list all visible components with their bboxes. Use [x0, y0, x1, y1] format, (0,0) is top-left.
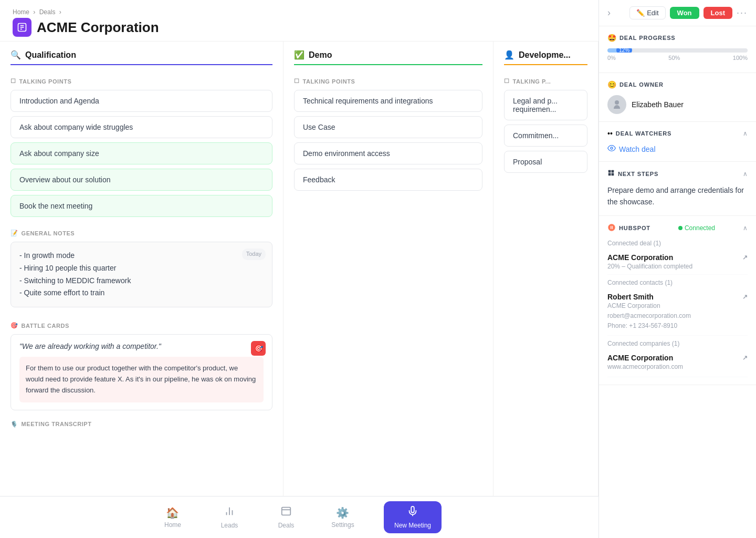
watch-deal-button[interactable]: Watch deal	[607, 144, 656, 154]
talking-points-label-dev: ☐ TALKING P...	[504, 78, 587, 85]
dev-header: 👤 Developme...	[504, 50, 587, 65]
watchers-icon: ••	[607, 129, 613, 138]
nav-deals[interactable]: Deals	[270, 505, 302, 529]
hubspot-deal-item: ACME Corporation ↗ 20% – Qualification c…	[607, 249, 748, 275]
transcript-icon: 🎙️	[10, 421, 18, 428]
talking-point[interactable]: Ask about company size	[10, 142, 272, 164]
contact-company: ACME Corporation	[607, 301, 748, 311]
settings-icon: ⚙️	[336, 506, 349, 519]
connected-indicator	[678, 226, 682, 230]
new-meeting-icon	[407, 505, 418, 520]
nav-new-meeting[interactable]: New Meeting	[384, 501, 442, 533]
connected-contacts-label: Connected contacts (1)	[607, 279, 748, 286]
talking-point[interactable]: Technical requirements and integrations	[294, 90, 482, 112]
next-steps-header: NEXT STEPS ∧	[607, 169, 748, 178]
notes-content: - In growth mode - Hiring 10 people this…	[19, 250, 264, 299]
talking-point[interactable]: Ask about company wide struggles	[10, 116, 272, 138]
page-title: ACME Corporation	[37, 19, 159, 36]
contact-phone: Phone: +1 234-567-8910	[607, 321, 748, 331]
transcript-section: 🎙️ MEETING TRANSCRIPT	[10, 421, 272, 428]
nav-settings[interactable]: ⚙️ Settings	[327, 506, 359, 529]
pencil-icon: ✏️	[636, 9, 645, 17]
hubspot-company-item: ACME Corporation ↗ www.acmecorporation.c…	[607, 349, 748, 377]
lost-button[interactable]: Lost	[704, 7, 732, 19]
header-actions: ✏️ Edit Won Lost ···	[629, 6, 748, 19]
deal-owner-header: 😊 DEAL OWNER	[607, 80, 748, 89]
hubspot-contact-external-link[interactable]: ↗	[742, 293, 748, 301]
hubspot-header: HUBSPOT Connected ∧	[607, 223, 748, 233]
deal-owner-info: Elizabeth Bauer	[607, 95, 748, 114]
next-steps-toggle[interactable]: ∧	[743, 170, 748, 178]
progress-bar-fill: 12%	[607, 48, 624, 53]
demo-title: Demo	[309, 50, 332, 60]
page-title-row: ACME Corporation	[13, 18, 586, 37]
next-steps-section: NEXT STEPS ∧ Prepare demo and arrange cr…	[599, 162, 756, 216]
general-notes-card[interactable]: Today - In growth mode - Hiring 10 peopl…	[10, 242, 272, 307]
right-panel-header: › ✏️ Edit Won Lost ···	[599, 0, 756, 26]
home-icon: 🏠	[166, 506, 179, 519]
owner-avatar	[607, 95, 626, 114]
nav-new-meeting-label: New Meeting	[394, 522, 431, 529]
talking-point[interactable]: Legal and p... requiremen...	[504, 90, 587, 120]
battle-cards-label: 🎯 BATTLE CARDS	[10, 322, 272, 329]
notes-date-badge: Today	[242, 249, 266, 260]
breadcrumb-home[interactable]: Home	[13, 8, 29, 16]
nav-settings-label: Settings	[331, 521, 354, 529]
collapse-panel-icon[interactable]: ›	[607, 7, 611, 18]
hubspot-section: HUBSPOT Connected ∧ Connected deal (1) A…	[599, 216, 756, 385]
checkbox-icon-dev: ☐	[504, 78, 510, 85]
svg-point-11	[611, 147, 613, 149]
svg-point-10	[615, 100, 619, 105]
deal-owner-section: 😊 DEAL OWNER Elizabeth Bauer	[599, 73, 756, 122]
transcript-label: 🎙️ MEETING TRANSCRIPT	[10, 421, 272, 428]
deal-watchers-header: •• DEAL WATCHERS ∧	[607, 129, 748, 138]
talking-point[interactable]: Book the next meeting	[10, 195, 272, 217]
hubspot-contact-details: ACME Corporation robert@acmecorporation.…	[607, 301, 748, 332]
talking-point[interactable]: Use Case	[294, 116, 482, 138]
talking-point[interactable]: Introduction and Agenda	[10, 90, 272, 112]
page-icon	[13, 18, 32, 37]
talking-point[interactable]: Proposal	[504, 151, 587, 173]
demo-icon: ✅	[294, 50, 304, 60]
battle-card-response: For them to use our product together wit…	[19, 357, 264, 402]
hubspot-deal-external-link[interactable]: ↗	[742, 254, 748, 261]
talking-point[interactable]: Overview about our solution	[10, 169, 272, 191]
hubspot-toggle[interactable]: ∧	[743, 224, 748, 232]
deal-progress-title: DEAL PROGRESS	[620, 35, 676, 41]
more-options-button[interactable]: ···	[737, 7, 748, 18]
breadcrumb-deals[interactable]: Deals	[39, 8, 56, 16]
marker-0: 0%	[607, 55, 616, 61]
watchers-toggle[interactable]: ∧	[743, 130, 748, 137]
edit-button[interactable]: ✏️ Edit	[629, 6, 665, 19]
talking-point[interactable]: Feedback	[294, 169, 482, 191]
owner-name: Elizabeth Bauer	[632, 100, 684, 109]
nav-leads[interactable]: Leads	[214, 505, 245, 529]
talking-points-label-demo: ☐ TALKING POINTS	[294, 78, 482, 85]
demo-column: ✅ Demo ☐ TALKING POINTS Technical requir…	[284, 42, 494, 496]
general-notes-label: 📝 GENERAL NOTES	[10, 230, 272, 236]
hubspot-contact-name-row: Robert Smith ↗	[607, 293, 748, 301]
talking-point[interactable]: Demo environment access	[294, 142, 482, 164]
hubspot-contact-name: Robert Smith	[607, 293, 654, 301]
checkbox-icon-qual: ☐	[10, 78, 16, 85]
deals-icon	[280, 505, 292, 520]
svg-rect-15	[612, 173, 614, 176]
won-button[interactable]: Won	[670, 7, 699, 19]
connected-label: Connected	[685, 224, 715, 232]
watchers-title: DEAL WATCHERS	[616, 130, 671, 137]
hubspot-title: HUBSPOT	[619, 225, 650, 231]
hubspot-status: Connected	[678, 224, 715, 232]
app-container: Home › Deals › ACME Corporation 🔍	[0, 0, 756, 538]
eye-icon	[607, 144, 616, 154]
left-panel: Home › Deals › ACME Corporation 🔍	[0, 0, 598, 538]
notes-icon: 📝	[10, 230, 18, 236]
marker-50: 50%	[668, 55, 680, 61]
qualification-icon: 🔍	[10, 50, 21, 60]
connected-companies-label: Connected companies (1)	[607, 340, 748, 347]
nav-home[interactable]: 🏠 Home	[157, 506, 188, 529]
hubspot-company-external-link[interactable]: ↗	[742, 354, 748, 361]
talking-point[interactable]: Commitmen...	[504, 125, 587, 147]
progress-bar-bg: 12%	[607, 48, 748, 53]
hubspot-company-url: www.acmecorporation.com	[607, 362, 748, 372]
page-header: Home › Deals › ACME Corporation	[0, 0, 598, 42]
